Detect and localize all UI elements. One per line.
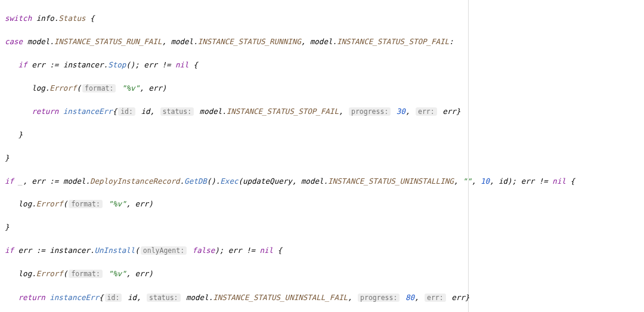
param-hint: status: xyxy=(160,107,194,116)
param-hint: id: xyxy=(118,107,135,116)
keyword-if: if xyxy=(5,246,14,255)
code-line[interactable]: return instanceErr{id: id, status: model… xyxy=(5,106,642,118)
call-errorf: Errorf xyxy=(49,84,76,92)
code-line[interactable]: switch info.Status { xyxy=(5,13,642,24)
const: INSTANCE_STATUS_STOP_FAIL xyxy=(337,37,449,46)
string-literal: "%v" xyxy=(122,84,140,92)
param-hint: err: xyxy=(416,107,437,116)
number-literal: 30 xyxy=(397,107,405,116)
ident-info: info xyxy=(36,14,54,23)
keyword-if: if xyxy=(18,60,27,69)
param-hint: format: xyxy=(82,84,116,92)
code-line[interactable]: if err := instancer.UnInstall(onlyAgent:… xyxy=(5,245,642,257)
param-hint: onlyAgent: xyxy=(141,246,187,255)
param-hint: progress: xyxy=(358,294,400,302)
code-line[interactable]: if err := instancer.Stop(); err != nil { xyxy=(5,59,642,70)
keyword-if: if xyxy=(5,177,14,186)
code-line[interactable]: } xyxy=(5,221,642,233)
keyword-switch: switch xyxy=(5,14,32,23)
code-line[interactable]: return instanceErr{id: id, status: model… xyxy=(5,292,642,304)
param-hint: format: xyxy=(69,200,102,208)
call-stop: Stop xyxy=(108,60,126,69)
code-line[interactable]: log.Errorf(format: "%v", err) xyxy=(5,82,642,94)
param-hint: format: xyxy=(69,270,102,278)
param-hint: id: xyxy=(105,294,122,302)
call-getdb: GetDB xyxy=(184,177,207,186)
code-editor[interactable]: switch info.Status { case model.INSTANCE… xyxy=(0,0,644,312)
code-line[interactable]: case model.INSTANCE_STATUS_RUN_FAIL, mod… xyxy=(5,36,642,47)
code-line[interactable]: } xyxy=(5,129,642,140)
keyword-case: case xyxy=(5,37,23,46)
const: INSTANCE_STATUS_RUN_FAIL xyxy=(54,37,162,46)
field-status: Status xyxy=(58,14,85,23)
param-hint: progress: xyxy=(349,107,391,116)
code-line[interactable]: log.Errorf(format: "%v", err) xyxy=(5,198,642,210)
keyword-return: return xyxy=(18,293,45,302)
keyword-return: return xyxy=(32,107,58,116)
call-uninstall: UnInstall xyxy=(95,246,135,255)
code-line[interactable]: log.Errorf(format: "%v", err) xyxy=(5,268,642,280)
param-hint: err: xyxy=(425,294,446,302)
param-hint: status: xyxy=(147,294,180,302)
const: INSTANCE_STATUS_RUNNING xyxy=(198,37,301,46)
code-line[interactable]: } xyxy=(5,152,642,163)
code-line[interactable]: if _, err := model.DeployInstanceRecord.… xyxy=(5,175,642,187)
call-exec: Exec xyxy=(220,177,238,186)
